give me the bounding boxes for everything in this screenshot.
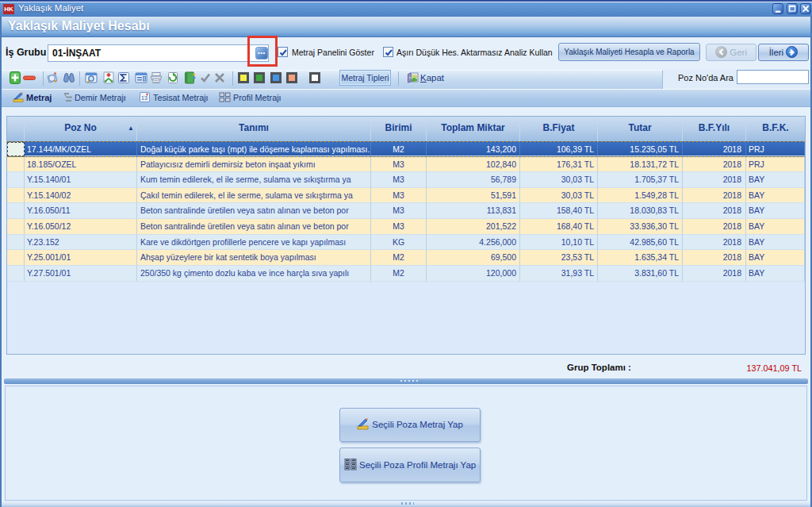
svg-text:13: 13	[141, 95, 147, 101]
